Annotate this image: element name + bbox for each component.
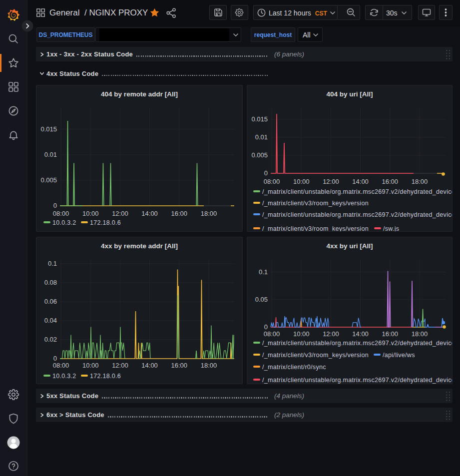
svg-text:14:00: 14:00 — [352, 178, 369, 185]
svg-text:172.18.0.6: 172.18.0.6 — [90, 219, 121, 226]
svg-text:16:00: 16:00 — [171, 362, 188, 369]
svg-text:/api/live/ws: /api/live/ws — [383, 352, 415, 359]
svg-text:10:00: 10:00 — [293, 330, 310, 338]
svg-text:0: 0 — [264, 169, 268, 177]
svg-text:0.005: 0.005 — [40, 176, 57, 184]
svg-text:12:00: 12:00 — [112, 362, 128, 369]
svg-text:172.18.0.6: 172.18.0.6 — [90, 373, 121, 380]
svg-text:0.1: 0.1 — [48, 260, 57, 267]
svg-text:08:00: 08:00 — [53, 210, 69, 217]
svg-text:16:00: 16:00 — [382, 330, 399, 338]
svg-text:0.005: 0.005 — [251, 151, 268, 159]
svg-text:14:00: 14:00 — [352, 330, 369, 338]
svg-text:12:00: 12:00 — [323, 178, 339, 185]
svg-text:/_matrix/client/v3/room_keys/v: /_matrix/client/v3/room_keys/version — [262, 200, 369, 207]
svg-text:/_matrix/client/v3/room_keys/v: /_matrix/client/v3/room_keys/version — [262, 225, 369, 232]
svg-text:0.02: 0.02 — [44, 336, 57, 343]
svg-text:0: 0 — [53, 202, 57, 209]
svg-text:12:00: 12:00 — [323, 330, 339, 338]
svg-text:10:00: 10:00 — [293, 178, 310, 185]
svg-text:08:00: 08:00 — [264, 178, 280, 185]
svg-text:10.0.3.2: 10.0.3.2 — [52, 219, 76, 226]
svg-text:18:00: 18:00 — [412, 330, 428, 338]
svg-text:08:00: 08:00 — [264, 330, 280, 338]
svg-text:/_matrix/client/unstable/org.m: /_matrix/client/unstable/org.matrix.msc2… — [262, 377, 452, 384]
svg-text:0.015: 0.015 — [40, 125, 57, 133]
svg-text:0.1: 0.1 — [259, 268, 268, 276]
svg-text:12:00: 12:00 — [112, 210, 128, 217]
svg-text:08:00: 08:00 — [53, 362, 69, 369]
svg-text:/_matrix/client/unstable/org.m: /_matrix/client/unstable/org.matrix.msc2… — [262, 188, 452, 195]
svg-text:10:00: 10:00 — [82, 210, 99, 217]
svg-text:16:00: 16:00 — [382, 178, 399, 185]
svg-text:0.01: 0.01 — [255, 133, 268, 141]
svg-text:/_matrix/client/v3/room_keys/v: /_matrix/client/v3/room_keys/version — [262, 352, 369, 359]
svg-text:10:00: 10:00 — [82, 362, 99, 369]
svg-text:/_matrix/client/r0/sync: /_matrix/client/r0/sync — [262, 364, 326, 371]
svg-text:0.06: 0.06 — [44, 298, 57, 305]
svg-text:/sw.js: /sw.js — [383, 225, 399, 232]
svg-text:0.01: 0.01 — [44, 151, 57, 158]
svg-text:0.04: 0.04 — [44, 317, 57, 324]
svg-text:0: 0 — [53, 355, 57, 362]
svg-text:18:00: 18:00 — [201, 210, 217, 217]
svg-text:0.015: 0.015 — [251, 115, 268, 123]
svg-text:16:00: 16:00 — [171, 210, 188, 217]
svg-text:14:00: 14:00 — [141, 210, 158, 217]
svg-text:0.05: 0.05 — [255, 296, 268, 303]
svg-text:18:00: 18:00 — [201, 362, 217, 369]
svg-text:18:00: 18:00 — [412, 178, 428, 185]
svg-text:0.08: 0.08 — [44, 279, 57, 286]
svg-text:/_matrix/client/unstable/org.m: /_matrix/client/unstable/org.matrix.msc2… — [262, 340, 452, 347]
svg-text:10.0.3.2: 10.0.3.2 — [52, 373, 76, 380]
svg-text:/_matrix/client/unstable/org.m: /_matrix/client/unstable/org.matrix.msc2… — [262, 211, 452, 218]
svg-text:14:00: 14:00 — [141, 362, 158, 369]
